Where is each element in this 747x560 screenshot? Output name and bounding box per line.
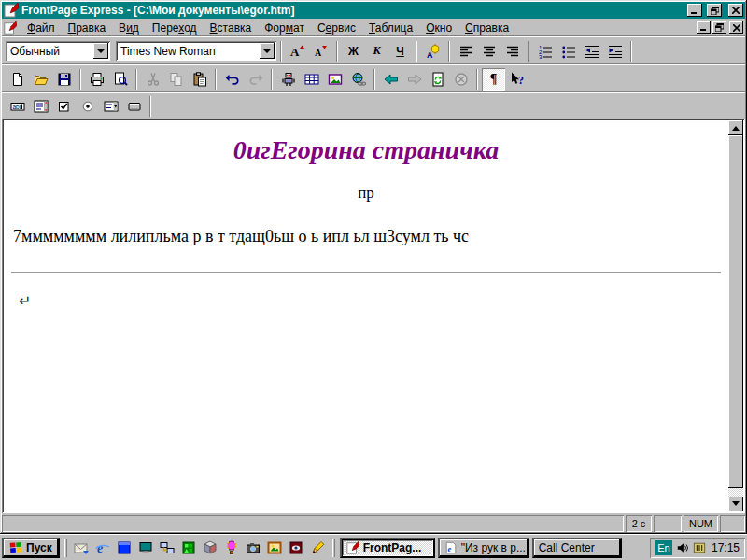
one-line-textbox-button[interactable]: abl <box>6 95 29 118</box>
separator <box>528 41 529 62</box>
toolbar-handle[interactable] <box>64 539 67 557</box>
start-button[interactable]: Пуск <box>2 538 60 558</box>
insert-webbot-button[interactable] <box>276 68 300 91</box>
quicklaunch-media-player-icon[interactable] <box>287 538 306 557</box>
show-formatting-marks-button[interactable]: ¶ <box>482 68 505 91</box>
menu-edit[interactable]: Правка <box>62 20 113 36</box>
new-page-button[interactable] <box>6 68 29 91</box>
menu-view[interactable]: Вид <box>112 20 146 36</box>
menu-insert[interactable]: Вставка <box>204 20 259 36</box>
status-empty-panel-2 <box>720 515 745 532</box>
forward-button[interactable] <box>402 68 426 91</box>
paragraph-style-combobox[interactable]: Обычный <box>6 41 110 61</box>
undo-button[interactable] <box>220 68 244 91</box>
quicklaunch-cube-icon[interactable] <box>201 538 220 557</box>
mdi-minimize-button[interactable] <box>697 21 711 34</box>
checkbox-button[interactable] <box>52 95 76 118</box>
quicklaunch-green-app-icon[interactable] <box>179 538 199 557</box>
svg-text:?: ? <box>518 74 524 87</box>
close-button[interactable] <box>728 4 743 17</box>
open-button[interactable] <box>29 68 52 91</box>
font-dropdown-arrow[interactable] <box>260 43 275 59</box>
italic-button[interactable]: К <box>365 40 388 63</box>
back-button[interactable] <box>379 68 402 91</box>
system-tray: En 17:15 <box>650 538 745 558</box>
italic-glyph: К <box>373 44 380 58</box>
print-preview-button[interactable] <box>108 68 132 91</box>
task-button-frontpage[interactable]: FrontPag... <box>340 538 435 558</box>
text-color-button[interactable]: A <box>421 40 444 63</box>
refresh-button[interactable] <box>426 68 449 91</box>
style-dropdown-arrow[interactable] <box>93 43 108 59</box>
centered-paragraph: пр <box>4 184 728 203</box>
numbered-list-button[interactable]: 123 <box>533 40 557 63</box>
task-button-call-center[interactable]: Call Center <box>532 538 622 558</box>
separator <box>374 69 375 90</box>
quicklaunch-monitor-icon[interactable] <box>136 538 156 557</box>
quicklaunch-balloon-icon[interactable] <box>222 538 242 557</box>
scroll-down-button[interactable] <box>728 497 743 511</box>
bulleted-list-button[interactable] <box>557 40 580 63</box>
font-combobox[interactable]: Times New Roman <box>116 41 276 61</box>
create-hyperlink-button[interactable] <box>346 68 370 91</box>
quicklaunch-picture-icon[interactable] <box>265 538 285 557</box>
svg-text:e: e <box>447 543 451 553</box>
quicklaunch-internet-explorer-icon[interactable]: e <box>93 538 113 557</box>
print-button[interactable] <box>85 68 108 91</box>
increase-text-size-button[interactable]: A <box>286 40 309 63</box>
bold-button[interactable]: Ж <box>342 40 365 63</box>
toolbar-handle[interactable] <box>332 539 335 557</box>
cut-button[interactable] <box>141 68 164 91</box>
save-button[interactable] <box>52 68 76 91</box>
numlock-panel: NUM <box>684 515 718 532</box>
menu-tools[interactable]: Сервис <box>311 20 362 36</box>
dropdown-menu-button[interactable] <box>99 95 122 118</box>
radio-button-button[interactable] <box>76 95 99 118</box>
increase-indent-button[interactable] <box>603 40 627 63</box>
underline-glyph: Ч <box>396 45 403 58</box>
scrolling-textbox-button[interactable] <box>29 95 52 118</box>
paste-button[interactable] <box>188 68 211 91</box>
menu-window[interactable]: Окно <box>419 20 458 36</box>
menu-file[interactable]: Файл <box>21 20 62 36</box>
copy-button[interactable] <box>164 68 188 91</box>
quicklaunch-camera-icon[interactable] <box>244 538 263 557</box>
push-button-button[interactable] <box>122 95 146 118</box>
task-button-iz-ruk-v-ruki[interactable]: e "Из рук в р... <box>438 538 529 558</box>
restore-button[interactable] <box>707 4 722 17</box>
format-toolbar: Обычный Times New Roman A A Ж К Ч A 123 <box>2 36 745 64</box>
menu-help[interactable]: Справка <box>458 20 515 36</box>
quicklaunch-pencil-icon[interactable] <box>308 538 328 557</box>
insert-table-button[interactable] <box>300 68 323 91</box>
decrease-indent-button[interactable] <box>580 40 603 63</box>
quicklaunch-network-icon[interactable] <box>158 538 177 557</box>
align-right-button[interactable] <box>500 40 524 63</box>
underline-button[interactable]: Ч <box>388 40 412 63</box>
align-left-button[interactable] <box>454 40 477 63</box>
start-label: Пуск <box>26 541 52 554</box>
tray-device-icon[interactable] <box>693 541 706 554</box>
mdi-close-button[interactable] <box>729 21 743 34</box>
quicklaunch-blue-window-icon[interactable] <box>115 538 134 557</box>
quicklaunch-mail-icon[interactable] <box>72 538 92 557</box>
menu-go[interactable]: Переход <box>146 20 204 36</box>
vertical-scrollbar[interactable] <box>728 120 743 511</box>
keyboard-language-indicator[interactable]: En <box>655 540 672 555</box>
document-system-icon[interactable] <box>4 21 17 35</box>
volume-icon[interactable] <box>676 541 689 554</box>
help-button[interactable]: ? <box>505 68 529 91</box>
align-center-button[interactable] <box>477 40 500 63</box>
stop-button[interactable] <box>449 68 472 91</box>
scrollbar-track[interactable] <box>728 135 743 497</box>
mdi-restore-button[interactable] <box>712 21 726 34</box>
menu-format[interactable]: Формат <box>258 20 311 36</box>
scrollbar-thumb[interactable] <box>728 135 743 488</box>
redo-button[interactable] <box>244 68 267 91</box>
scroll-up-button[interactable] <box>728 120 743 135</box>
decrease-text-size-button[interactable]: A <box>309 40 332 63</box>
separator <box>135 69 137 90</box>
minimize-button[interactable] <box>687 4 702 17</box>
document-editing-area[interactable]: 0игЕгорина страничка пр 7мммммммм лилипл… <box>4 120 728 511</box>
menu-table[interactable]: Таблица <box>362 20 419 36</box>
insert-image-button[interactable] <box>323 68 346 91</box>
